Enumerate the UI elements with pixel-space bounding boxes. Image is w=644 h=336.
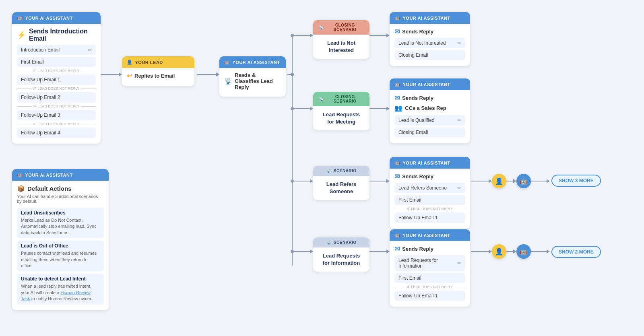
box-icon: 📦 [17, 185, 25, 192]
followup-2-row[interactable]: Follow-Up Email 2 [17, 92, 96, 103]
edit-refers-icon[interactable]: ✏ [457, 185, 461, 191]
show-3-more-button[interactable]: SHOW 3 MORE [551, 175, 601, 187]
refers-followup-row[interactable]: Follow-Up Email 1 [394, 212, 465, 223]
email-ni-icon: ✉ [394, 28, 400, 35]
refers-first-email-row[interactable]: First Email [394, 195, 465, 205]
ni-closing-row[interactable]: Closing Email [394, 50, 465, 60]
svg-marker-10 [310, 33, 313, 37]
scenario-refers-body: Lead Refers Someone [313, 176, 369, 200]
canvas: 🤖 YOUR AI ASSISTANT ⚡ Sends Introduction… [0, 0, 644, 336]
intent-body: When a lead reply has mixed intent, your… [21, 283, 100, 302]
lead-icon-node-refers[interactable]: 👤 [492, 174, 506, 188]
scenario-info-card: 📡 SCENARIO Lead Requests for Information [313, 237, 369, 272]
ccs-sales-rep-title: 👥 CCs a Sales Rep [394, 104, 465, 112]
divider-3: IF LEAD DOES NOT REPLY [17, 104, 96, 108]
scenario-info-body: Lead Requests for Information [313, 247, 369, 272]
svg-marker-37 [513, 249, 516, 254]
ai-reply-meeting-header: 🤖 YOUR AI ASSISTANT [390, 78, 470, 90]
followup-1-row[interactable]: Follow-Up Email 1 [17, 74, 96, 85]
followup-3-row[interactable]: Follow-Up Email 3 [17, 110, 96, 120]
ai-reply-refers-header: 🤖 YOUR AI ASSISTANT [390, 157, 470, 169]
lead-icon-node-info[interactable]: 👤 [492, 244, 506, 259]
ai-reply-meeting-body: ✉ Sends Reply 👥 CCs a Sales Rep Lead is … [390, 90, 470, 143]
scenario-info-header: 📡 SCENARIO [313, 237, 369, 247]
scenario-refers-card: 📡 SCENARIO Lead Refers Someone [313, 166, 369, 200]
ai-reply-info-card: 🤖 YOUR AI ASSISTANT ✉ Sends Reply Lead R… [390, 229, 470, 307]
ai-reads-card: 🤖 YOUR AI ASSISTANT 📡 Reads & Classifies… [219, 56, 286, 97]
ai-reads-body: 📡 Reads & Classifies Lead Reply [219, 68, 286, 97]
ai-reply-refers-body: ✉ Sends Reply Lead Refers Someone ✏ Firs… [390, 169, 470, 229]
replies-email-title: ↩ Replies to Email [127, 72, 190, 80]
ooo-title: Lead is Out of Office [21, 243, 68, 249]
robot7-icon: 🤖 [17, 172, 23, 177]
person-info-icon: 👤 [495, 248, 503, 256]
signal3-icon: 📡 [319, 97, 324, 101]
email-refers-icon: ✉ [394, 173, 400, 180]
edit-info-icon[interactable]: ✏ [457, 260, 461, 266]
your-lead-header: 👤 YOUR LEAD [122, 56, 194, 68]
default-actions-card: 🤖 YOUR AI ASSISTANT 📦 Default Actions Yo… [12, 169, 109, 310]
info-first-email-row[interactable]: First Email [394, 273, 465, 283]
robot2-icon: 🤖 [224, 60, 230, 65]
divider-2: IF LEAD DOES NOT REPLY [17, 87, 96, 91]
info-followup-row[interactable]: Follow-Up Email 1 [394, 291, 465, 301]
svg-marker-39 [547, 249, 550, 254]
meeting-closing-row[interactable]: Closing Email [394, 127, 465, 138]
human-review-link[interactable]: Human Review Task [21, 290, 91, 301]
first-email-row[interactable]: First Email [17, 57, 96, 67]
divider-1: IF LEAD DOES NOT REPLY [17, 69, 96, 73]
ooo-body: Pauses contact with lead and resumes ema… [21, 250, 100, 269]
edit-meeting-icon[interactable]: ✏ [457, 117, 461, 123]
unsub-title: Lead Unsubscribes [21, 210, 66, 216]
svg-point-13 [291, 107, 294, 110]
svg-marker-24 [489, 179, 492, 183]
default-section-ooo: Lead is Out of Office Pauses contact wit… [17, 241, 104, 271]
robot-icon-node-refers[interactable]: 🤖 [516, 174, 531, 188]
ni-email-label-row[interactable]: Lead is Not Interested ✏ [394, 38, 465, 48]
intro-email-label-row[interactable]: Introduction Email ✏ [17, 45, 96, 55]
default-actions-body: 📦 Default Actions Your AI can handle 3 a… [12, 181, 109, 310]
robot5-icon: 🤖 [394, 160, 400, 165]
ai-reply-meeting-card: 🤖 YOUR AI ASSISTANT ✉ Sends Reply 👥 CCs … [390, 78, 470, 143]
email-info-icon: ✉ [394, 245, 400, 253]
robot-icon-node-info[interactable]: 🤖 [516, 244, 531, 259]
your-lead-card: 👤 YOUR LEAD ↩ Replies to Email [122, 56, 194, 86]
sends-reply-ni-title: ✉ Sends Reply [394, 28, 465, 35]
info-email-label-row[interactable]: Lead Requests for Information ✏ [394, 255, 465, 271]
svg-point-5 [291, 73, 294, 76]
ai-intro-header: 🤖 YOUR AI ASSISTANT [12, 12, 101, 24]
svg-marker-12 [386, 33, 390, 37]
ai-intro-email-card: 🤖 YOUR AI ASSISTANT ⚡ Sends Introduction… [12, 12, 101, 144]
default-actions-title: 📦 Default Actions [17, 185, 104, 192]
lead-icon: 👤 [127, 60, 133, 65]
edit-ni-icon[interactable]: ✏ [457, 40, 461, 46]
refers-email-label-row[interactable]: Lead Refers Someone ✏ [394, 183, 465, 193]
closing-meeting-card: 📡 CLOSING SCENARIO Lead Requests for Mee… [313, 92, 369, 130]
svg-point-29 [291, 250, 294, 253]
users-icon: 👥 [394, 104, 402, 112]
svg-marker-17 [386, 107, 390, 111]
meeting-email-label-row[interactable]: Lead is Qualified ✏ [394, 115, 465, 126]
divider-4: IF LEAD DOES NOT REPLY [17, 122, 96, 126]
reads-classifies-title: 📡 Reads & Classifies Lead Reply [224, 72, 281, 90]
svg-marker-20 [310, 179, 313, 183]
show-2-more-button[interactable]: SHOW 2 MORE [551, 246, 601, 258]
ai-intro-body: ⚡ Sends Introduction Email Introduction … [12, 24, 101, 144]
followup-4-row[interactable]: Follow-Up Email 4 [17, 128, 96, 138]
signal4-icon: 📡 [326, 169, 331, 173]
ai-reply-ni-header: 🤖 YOUR AI ASSISTANT [390, 12, 470, 24]
robot6-icon: 🤖 [394, 233, 400, 238]
edit-icon[interactable]: ✏ [88, 47, 92, 53]
robot-refers-icon: 🤖 [520, 177, 528, 185]
default-section-intent: Unable to detect Lead Intent When a lead… [17, 274, 104, 304]
email-meeting-icon: ✉ [394, 94, 400, 102]
svg-marker-33 [386, 249, 390, 254]
svg-marker-15 [310, 107, 313, 111]
svg-marker-26 [513, 179, 516, 183]
svg-point-18 [291, 179, 294, 183]
info-divider: IF LEAD DOES NOT REPLY [394, 285, 465, 289]
ai-reply-info-header: 🤖 YOUR AI ASSISTANT [390, 229, 470, 241]
signal5-icon: 📡 [326, 240, 331, 245]
signal2-icon: 📡 [319, 25, 324, 30]
robot-icon: 🤖 [17, 15, 23, 21]
